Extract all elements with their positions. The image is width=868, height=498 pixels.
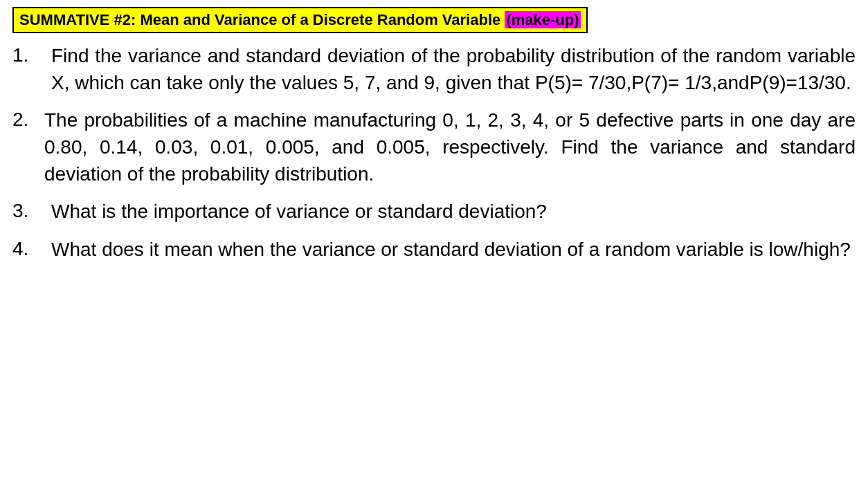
questions-list: 1. Find the variance and standard deviat… [12,43,856,263]
makeup-highlight: (make-up) [505,11,580,28]
title-bar: SUMMATIVE #2: Mean and Variance of a Dis… [12,7,588,33]
question-1-number: 1. [12,43,44,66]
question-2-number: 2. [12,107,44,131]
question-2-text: The probabilities of a machine manufactu… [44,107,856,187]
question-4-text: What does it mean when the variance or s… [44,237,856,264]
question-4: 4. What does it mean when the variance o… [12,237,856,264]
question-4-number: 4. [12,237,44,260]
question-3-text: What is the importance of variance or st… [44,199,856,225]
question-3: 3. What is the importance of variance or… [12,199,856,225]
title-main-text: SUMMATIVE #2: Mean and Variance of a Dis… [19,11,505,28]
question-1: 1. Find the variance and standard deviat… [12,43,856,96]
question-3-number: 3. [12,199,44,222]
question-2: 2. The probabilities of a machine manufa… [12,107,856,187]
question-1-text: Find the variance and standard deviation… [44,43,856,96]
